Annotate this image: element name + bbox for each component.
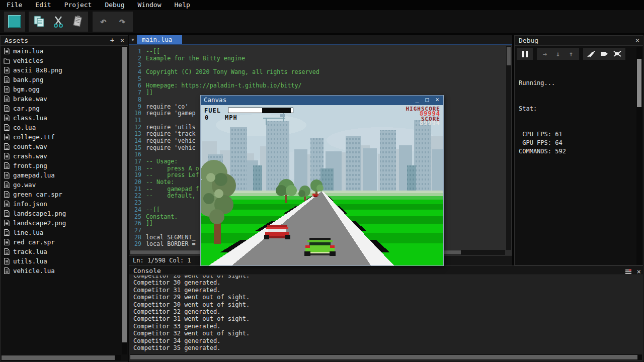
new-button[interactable] — [5, 13, 24, 31]
line-number: 25 — [129, 213, 146, 220]
assets-panel: Assets + × main.luavehiclesascii 8x8.png… — [0, 35, 128, 361]
clear-breakpoints-button[interactable] — [611, 48, 624, 59]
asset-item-count-wav[interactable]: count.wav — [1, 142, 122, 151]
line-number: 19 — [129, 171, 146, 178]
step-over-button[interactable]: → — [538, 48, 551, 59]
add-breakpoint-button[interactable] — [598, 48, 611, 59]
console-log[interactable]: Competitor 28 went out of sight.Competit… — [133, 276, 641, 353]
asset-item-main-lua[interactable]: main.lua — [1, 46, 122, 56]
pause-icon — [522, 51, 528, 57]
console-options-icon[interactable] — [625, 269, 632, 275]
code-line: 1--[[ — [129, 48, 506, 55]
code-line: 4Copyright (C) 2020 Tony Wang, all right… — [129, 68, 506, 75]
step-out-button[interactable]: ↑ — [565, 48, 578, 59]
assets-horizontal-scrollbar[interactable] — [1, 355, 121, 360]
asset-item-red-car-spr[interactable]: red car.spr — [1, 237, 122, 247]
step-group: → ↓ ↑ — [537, 48, 579, 60]
copy-button[interactable] — [30, 13, 49, 31]
menu-edit[interactable]: Edit — [29, 0, 57, 10]
step-over-icon: → — [543, 50, 547, 58]
asset-item-go-wav[interactable]: go.wav — [1, 180, 122, 190]
menu-help[interactable]: Help — [168, 0, 197, 10]
editor-vscroll-thumb[interactable] — [507, 47, 511, 65]
canvas-window: Canvas _ □ × — [200, 95, 444, 266]
asset-item-bank-png[interactable]: bank.png — [1, 75, 122, 84]
paste-button[interactable] — [68, 13, 87, 31]
asset-item-co-lua[interactable]: co.lua — [1, 123, 122, 132]
asset-item-class-lua[interactable]: class.lua — [1, 113, 122, 123]
pause-button[interactable] — [518, 48, 531, 59]
line-number: 13 — [129, 130, 146, 137]
redo-button[interactable]: ↷ — [113, 13, 132, 31]
debug-stat-line: GPU FPS: 64 — [519, 139, 636, 147]
debug-vscroll-thumb[interactable] — [637, 59, 641, 107]
asset-item-car-png[interactable]: car.png — [1, 104, 122, 113]
console-title-label: Console — [133, 267, 161, 275]
disable-breakpoints-button[interactable] — [585, 48, 598, 59]
asset-item-ascii-8x8-png[interactable]: ascii 8x8.png — [1, 65, 122, 75]
asset-item-green-car-spr[interactable]: green car.spr — [1, 190, 122, 199]
stat-value: 64 — [551, 139, 562, 146]
asset-item-college-ttf[interactable]: college.ttf — [1, 132, 122, 142]
editor-vertical-scrollbar[interactable] — [506, 46, 511, 250]
assets-vertical-scrollbar[interactable] — [122, 46, 127, 354]
add-asset-button[interactable]: + — [108, 36, 117, 45]
toolbar-group-clipboard — [29, 12, 88, 32]
asset-item-brake-wav[interactable]: brake.wav — [1, 94, 122, 104]
file-icon — [4, 210, 10, 217]
debug-close-button[interactable]: × — [633, 36, 642, 45]
file-icon — [4, 229, 10, 236]
line-number: 21 — [129, 186, 146, 193]
console-horizontal-scrollbar[interactable] — [130, 354, 642, 360]
asset-item-label: go.wav — [13, 181, 36, 189]
assets-hscroll-thumb[interactable] — [2, 355, 115, 360]
asset-item-label: vehicle.lua — [13, 267, 55, 275]
line-number: 9 — [129, 103, 146, 110]
debug-vertical-scrollbar[interactable] — [636, 47, 642, 265]
line-number: 2 — [129, 55, 146, 62]
asset-item-label: track.lua — [13, 248, 47, 255]
asset-item-line-lua[interactable]: line.lua — [1, 228, 122, 237]
asset-item-landscape1-png[interactable]: landscape1.png — [1, 209, 122, 218]
asset-item-front-png[interactable]: front.png — [1, 161, 122, 170]
clear-breakpoints-icon — [613, 50, 622, 57]
asset-item-crash-wav[interactable]: crash.wav — [1, 151, 122, 161]
asset-item-bgm-ogg[interactable]: bgm.ogg — [1, 84, 122, 94]
asset-item-landscape2-png[interactable]: landscape2.png — [1, 218, 122, 228]
line-number: 6 — [129, 82, 146, 89]
assets-close-button[interactable]: × — [118, 36, 127, 45]
file-icon — [4, 162, 10, 169]
asset-item-label: bgm.ogg — [13, 85, 40, 93]
step-into-button[interactable]: ↓ — [551, 48, 565, 59]
canvas-titlebar[interactable]: Canvas _ □ × — [201, 96, 443, 105]
tab-list-dropdown[interactable]: ▼ — [129, 35, 137, 44]
code-text: Example for the Bitty engine — [146, 55, 245, 62]
line-number: 16 — [129, 151, 146, 158]
console-log-line: Competitor 30 generated. — [133, 279, 641, 286]
code-text: --[[ — [146, 48, 160, 55]
maximize-button[interactable]: □ — [423, 96, 431, 105]
game-viewport[interactable]: FUEL 0 MPH HIGHSCORE 89994 SCORE 89994 — [201, 105, 443, 265]
asset-item-track-lua[interactable]: track.lua — [1, 247, 122, 256]
menu-project[interactable]: Project — [58, 0, 99, 10]
line-number: 26 — [129, 220, 146, 227]
minimize-button[interactable]: _ — [413, 96, 421, 105]
asset-item-gamepad-lua[interactable]: gamepad.lua — [1, 170, 122, 180]
console-hscroll-thumb[interactable] — [130, 355, 637, 359]
menu-debug[interactable]: Debug — [98, 0, 131, 10]
asset-item-vehicle-lua[interactable]: vehicle.lua — [1, 266, 122, 276]
code-text: local BORDER = — [146, 240, 196, 247]
asset-item-vehicles[interactable]: vehicles — [1, 56, 122, 65]
asset-item-info-json[interactable]: info.json — [1, 199, 122, 209]
cut-button[interactable] — [49, 13, 68, 31]
undo-button[interactable]: ↶ — [94, 13, 113, 31]
assets-vscroll-thumb[interactable] — [122, 47, 127, 342]
tab-main-lua[interactable]: main.lua — [137, 35, 182, 44]
code-text: Constant. — [146, 213, 178, 220]
close-button[interactable]: × — [433, 96, 441, 105]
asset-item-label: crash.wav — [13, 152, 47, 160]
menu-file[interactable]: File — [0, 0, 29, 10]
asset-item-utils-lua[interactable]: utils.lua — [1, 256, 122, 266]
menu-window[interactable]: Window — [131, 0, 168, 10]
assets-list: main.luavehiclesascii 8x8.pngbank.pngbgm… — [1, 46, 122, 354]
